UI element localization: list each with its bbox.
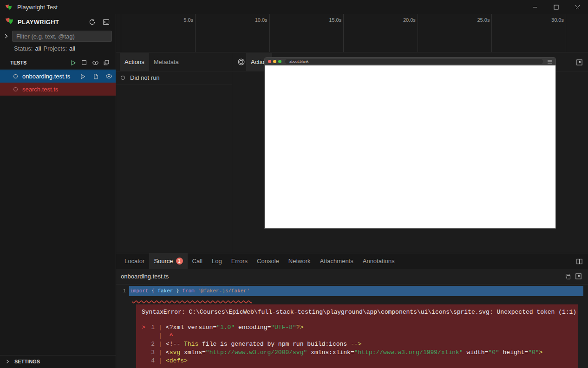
tab-network[interactable]: Network bbox=[284, 253, 315, 269]
sidebar-header: PLAYWRIGHT bbox=[0, 14, 116, 30]
tab-log[interactable]: Log bbox=[207, 253, 227, 269]
timeline-gridline bbox=[418, 14, 418, 52]
source-file-header: onboarding.test.ts bbox=[116, 269, 588, 284]
popout-snapshot-icon[interactable] bbox=[574, 57, 584, 67]
open-in-editor-icon[interactable] bbox=[573, 271, 583, 282]
chevron-right-icon[interactable] bbox=[3, 33, 9, 39]
window-title: Playwright Test bbox=[17, 4, 58, 11]
window-controls bbox=[524, 0, 588, 14]
tab-errors[interactable]: Errors bbox=[227, 253, 252, 269]
close-button[interactable] bbox=[567, 0, 588, 14]
timeline-tick-label: 5.0s bbox=[165, 17, 193, 23]
actions-tabbar: ActionsMetadata bbox=[116, 53, 232, 71]
action-list-item[interactable]: Did not run bbox=[116, 71, 232, 84]
error-widget: SyntaxError: C:\Courses\EpicWeb\full-sta… bbox=[136, 304, 578, 368]
terminal-icon[interactable] bbox=[101, 17, 111, 27]
timeline[interactable]: 5.0s10.0s15.0s20.0s25.0s30.0s bbox=[116, 14, 588, 52]
tab-label: Network bbox=[288, 258, 311, 265]
filter-input[interactable] bbox=[12, 31, 112, 42]
tests-list: onboarding.test.tssearch.test.ts bbox=[0, 70, 116, 96]
error-frame: >1|<?xml version="1.0" encoding="UTF-8"?… bbox=[142, 324, 573, 366]
timeline-gridline bbox=[121, 14, 121, 52]
tab-actions[interactable]: Actions bbox=[120, 53, 149, 71]
tab-label: Locator bbox=[124, 258, 144, 265]
tab-label: Console bbox=[257, 258, 279, 265]
error-message: SyntaxError: C:\Courses\EpicWeb\full-sta… bbox=[142, 309, 573, 317]
playwright-masks-icon bbox=[5, 17, 14, 27]
status-value: all bbox=[35, 45, 41, 52]
menu-hamburger-icon bbox=[548, 60, 552, 64]
circle-status-icon bbox=[13, 74, 18, 79]
content-split: ActionsMetadata Did not run ActionBefore… bbox=[116, 53, 588, 253]
pick-locator-target-icon[interactable] bbox=[236, 57, 246, 67]
tab-locator[interactable]: Locator bbox=[120, 253, 149, 269]
minimize-button[interactable] bbox=[524, 0, 545, 14]
tab-annotations[interactable]: Annotations bbox=[358, 253, 399, 269]
source-file-name: onboarding.test.ts bbox=[121, 273, 169, 280]
copy-icon[interactable] bbox=[563, 271, 573, 282]
tab-label: Errors bbox=[231, 258, 248, 265]
timeline-tick-label: 30.0s bbox=[536, 17, 564, 23]
tab-label: Call bbox=[192, 258, 203, 265]
title-bar: Playwright Test bbox=[0, 0, 588, 14]
tab-label: Log bbox=[212, 258, 222, 265]
tab-label: Actions bbox=[124, 58, 144, 65]
collapse-all-icon[interactable] bbox=[101, 58, 112, 68]
split-view-icon[interactable] bbox=[574, 256, 584, 266]
circle-status-icon bbox=[13, 87, 18, 92]
error-squiggle: import { faker } from '@faker-js/faker' bbox=[132, 296, 252, 301]
projects-label: Projects: bbox=[43, 45, 67, 52]
browser-page-blank bbox=[265, 65, 555, 228]
actions-panel: ActionsMetadata Did not run bbox=[116, 53, 232, 253]
tests-section-header: TESTS bbox=[0, 56, 116, 70]
timeline-tick-label: 15.0s bbox=[314, 17, 341, 23]
timeline-gridline bbox=[269, 14, 270, 52]
traffic-lights-icon bbox=[268, 60, 281, 63]
filter-row bbox=[0, 30, 116, 43]
sidebar: PLAYWRIGHT Status: all Projects: all TES… bbox=[0, 14, 116, 368]
maximize-button[interactable] bbox=[545, 0, 567, 14]
source-view[interactable]: 1 import { faker } from '@faker-js/faker… bbox=[116, 284, 588, 368]
timeline-gridline bbox=[491, 14, 492, 52]
settings-label: SETTINGS bbox=[14, 359, 40, 364]
tab-call[interactable]: Call bbox=[188, 253, 207, 269]
source-code-text: import { faker } from '@faker-js/faker' bbox=[129, 286, 583, 296]
timeline-tick-label: 20.0s bbox=[388, 17, 416, 23]
error-count-badge: 1 bbox=[176, 258, 183, 265]
show-source-icon[interactable] bbox=[91, 71, 101, 82]
timeline-gridline bbox=[343, 14, 344, 52]
source-line-1: 1 import { faker } from '@faker-js/faker… bbox=[116, 286, 583, 296]
test-file-row-onboarding-test-ts[interactable]: onboarding.test.ts bbox=[0, 70, 116, 83]
run-all-icon[interactable] bbox=[67, 58, 78, 68]
main-area: 5.0s10.0s15.0s20.0s25.0s30.0s ActionsMet… bbox=[116, 14, 588, 368]
playwright-test-window: Playwright Test PLAYWRIGHT bbox=[0, 0, 588, 368]
bottom-panel: LocatorSource1CallLogErrorsConsoleNetwor… bbox=[116, 253, 588, 368]
reload-tests-icon[interactable] bbox=[87, 17, 97, 27]
test-file-name: search.test.ts bbox=[22, 86, 58, 93]
status-line: Status: all Projects: all bbox=[0, 43, 116, 54]
stop-icon[interactable] bbox=[78, 58, 90, 68]
playwright-masks-icon bbox=[5, 4, 13, 11]
test-file-row-search-test-ts[interactable]: search.test.ts bbox=[0, 83, 116, 96]
browser-snapshot: about:blank bbox=[265, 58, 555, 228]
watch-all-eye-icon[interactable] bbox=[90, 58, 101, 68]
tab-source[interactable]: Source1 bbox=[149, 253, 187, 269]
timeline-gridline bbox=[566, 14, 566, 52]
tab-attachments[interactable]: Attachments bbox=[315, 253, 358, 269]
run-test-icon[interactable] bbox=[78, 71, 88, 82]
did-not-run-label: Did not run bbox=[130, 74, 160, 81]
error-frame-row: 4|<defs> bbox=[142, 357, 573, 366]
sidebar-item-settings[interactable]: SETTINGS bbox=[0, 355, 116, 368]
page-url: about:blank bbox=[289, 59, 308, 64]
watch-test-eye-icon[interactable] bbox=[104, 71, 114, 82]
error-frame-row: 3|<svg xmlns="http://www.w3.org/2000/svg… bbox=[142, 349, 573, 357]
error-frame-row: >1|<?xml version="1.0" encoding="UTF-8"?… bbox=[142, 324, 573, 332]
tab-console[interactable]: Console bbox=[252, 253, 284, 269]
test-file-name: onboarding.test.ts bbox=[22, 73, 70, 80]
projects-value: all bbox=[69, 45, 75, 52]
tab-label: Metadata bbox=[154, 58, 179, 65]
bottom-tabbar: LocatorSource1CallLogErrorsConsoleNetwor… bbox=[116, 253, 588, 269]
tab-metadata[interactable]: Metadata bbox=[149, 53, 183, 71]
tests-title: TESTS bbox=[10, 60, 67, 65]
circle-status-icon bbox=[120, 75, 125, 80]
